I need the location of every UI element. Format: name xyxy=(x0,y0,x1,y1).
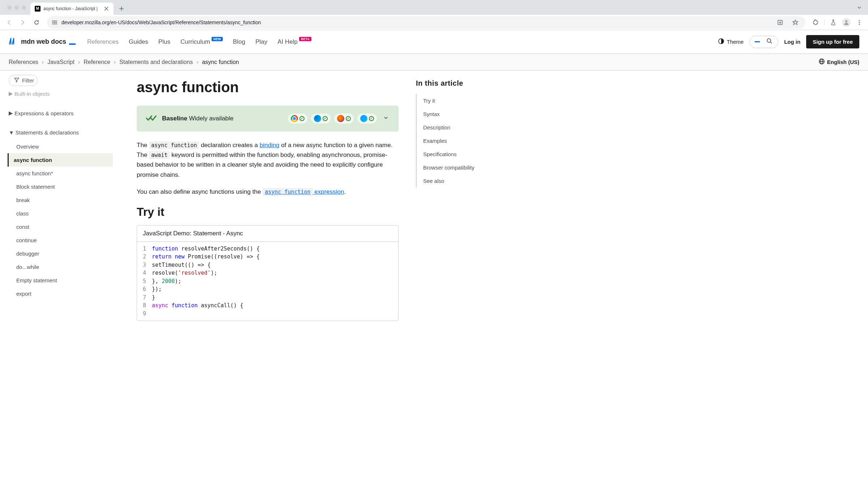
breadcrumb-references[interactable]: References xyxy=(9,59,38,65)
breadcrumb-statements[interactable]: Statements and declarations xyxy=(119,59,193,65)
sidebar-item-async-function-star[interactable]: async function* xyxy=(9,167,113,180)
theme-label: Theme xyxy=(727,39,744,45)
page-title: async function xyxy=(137,79,399,95)
address-bar[interactable]: developer.mozilla.org/en-US/docs/Web/Jav… xyxy=(47,16,805,29)
sidebar-group-expressions[interactable]: ▶ Expressions & operators xyxy=(9,110,113,116)
code-await: await xyxy=(149,151,170,159)
triangle-right-icon: ▶ xyxy=(9,90,13,97)
code-async-function: async function xyxy=(149,141,199,149)
main-layout: Filter ▶ Built-in objects ▶ Expressions … xyxy=(0,70,868,330)
sidebar-item-block[interactable]: Block statement xyxy=(9,180,113,193)
sidebar-item-break[interactable]: break xyxy=(9,193,113,207)
close-tab-icon[interactable] xyxy=(103,6,109,12)
sidebar-item-debugger[interactable]: debugger xyxy=(9,247,113,260)
sidebar-item-overview[interactable]: Overview xyxy=(9,140,113,153)
browser-chrome: M async function - JavaScript | develope… xyxy=(0,0,868,30)
svg-rect-0 xyxy=(52,21,54,22)
svg-point-10 xyxy=(767,39,771,42)
table-of-contents: In this article Try it Syntax Descriptio… xyxy=(416,70,514,330)
forward-button[interactable] xyxy=(17,16,29,29)
sidebar-item-empty[interactable]: Empty statement xyxy=(9,274,113,287)
mdn-logo-underscore xyxy=(69,43,76,45)
browser-tab[interactable]: M async function - JavaScript | xyxy=(30,3,114,15)
toc-title: In this article xyxy=(416,79,505,87)
sidebar-item-class[interactable]: class xyxy=(9,207,113,220)
back-button[interactable] xyxy=(3,16,15,29)
close-window[interactable] xyxy=(7,5,12,10)
nav-ai-help[interactable]: AI Help BETA xyxy=(277,38,311,46)
search-input[interactable] xyxy=(749,36,778,48)
toc-examples[interactable]: Examples xyxy=(417,134,505,147)
menu-icon[interactable] xyxy=(854,17,865,28)
filter-input[interactable]: Filter xyxy=(9,75,38,86)
toc-browser-compat[interactable]: Browser compatibility xyxy=(417,161,505,174)
browser-support-icons xyxy=(288,114,377,124)
sidebar-item-async-function[interactable]: async function xyxy=(8,153,113,167)
install-app-icon[interactable] xyxy=(774,17,786,28)
code-editor[interactable]: 123456789 function resolveAfter2Seconds(… xyxy=(137,242,398,321)
new-badge: NEW xyxy=(212,37,223,41)
try-it-heading: Try it xyxy=(137,205,399,219)
svg-rect-1 xyxy=(55,21,57,22)
firefox-icon xyxy=(337,115,344,122)
mdn-header: mdn web docs References Guides Plus Curr… xyxy=(0,30,868,54)
check-icon xyxy=(369,116,374,121)
theme-toggle[interactable]: Theme xyxy=(718,38,744,46)
link-binding[interactable]: binding xyxy=(260,142,280,149)
toc-list: Try it Syntax Description Examples Speci… xyxy=(416,94,505,188)
nav-play[interactable]: Play xyxy=(255,38,267,46)
nav-guides[interactable]: Guides xyxy=(129,38,148,46)
language-selector[interactable]: English (US) xyxy=(818,58,859,66)
intro-paragraph-1: The async function declaration creates a… xyxy=(137,140,399,180)
nav-references[interactable]: References xyxy=(87,38,119,46)
search-icon xyxy=(766,38,773,46)
chevron-right-icon: › xyxy=(78,59,80,65)
tabs-dropdown-icon[interactable] xyxy=(854,2,865,13)
nav-curriculum-label: Curriculum xyxy=(180,38,210,46)
safari-support xyxy=(357,114,377,124)
toc-specifications[interactable]: Specifications xyxy=(417,147,505,161)
sidebar-group-statements[interactable]: ▼ Statements & declarations xyxy=(9,129,113,136)
sidebar-item-export[interactable]: export xyxy=(9,287,113,300)
nav-plus[interactable]: Plus xyxy=(158,38,170,46)
check-icon xyxy=(346,116,351,121)
sidebar-item-continue[interactable]: continue xyxy=(9,234,113,247)
breadcrumb-reference[interactable]: Reference xyxy=(84,59,110,65)
chevron-right-icon: › xyxy=(114,59,116,65)
sidebar-items: Overview async function async function* … xyxy=(9,140,113,300)
sidebar-group-builtin[interactable]: ▶ Built-in objects xyxy=(9,90,113,97)
toc-syntax[interactable]: Syntax xyxy=(417,107,505,121)
toc-see-also[interactable]: See also xyxy=(417,174,505,188)
baseline-text: Baseline Widely available xyxy=(162,115,283,122)
filter-label: Filter xyxy=(22,77,34,84)
reload-button[interactable] xyxy=(30,16,43,29)
mdn-logo[interactable]: mdn web docs xyxy=(9,37,76,47)
svg-point-5 xyxy=(845,20,847,22)
sidebar-item-do-while[interactable]: do...while xyxy=(9,260,113,274)
search-cursor xyxy=(755,41,760,42)
signup-button[interactable]: Sign up for free xyxy=(806,35,859,48)
link-async-expression[interactable]: async function expression xyxy=(263,188,344,195)
labs-icon[interactable] xyxy=(827,17,839,28)
login-link[interactable]: Log in xyxy=(784,39,800,45)
expand-baseline-icon[interactable] xyxy=(382,114,390,123)
toc-try-it[interactable]: Try it xyxy=(417,94,505,107)
svg-point-7 xyxy=(859,22,860,23)
maximize-window[interactable] xyxy=(22,5,26,10)
profile-icon[interactable] xyxy=(841,17,852,28)
minimize-window[interactable] xyxy=(14,5,19,10)
triangle-down-icon: ▼ xyxy=(9,129,14,136)
site-info-icon[interactable] xyxy=(51,19,58,26)
svg-rect-2 xyxy=(52,23,54,24)
sidebar-item-const[interactable]: const xyxy=(9,220,113,234)
bookmark-icon[interactable] xyxy=(790,17,801,28)
article-content: async function Baseline Widely available xyxy=(119,70,416,330)
breadcrumb-javascript[interactable]: JavaScript xyxy=(47,59,75,65)
toc-description[interactable]: Description xyxy=(417,121,505,134)
language-label: English (US) xyxy=(827,59,859,65)
extensions-icon[interactable] xyxy=(810,17,821,28)
filter-icon xyxy=(14,77,19,84)
nav-curriculum[interactable]: Curriculum NEW xyxy=(180,38,223,46)
nav-blog[interactable]: Blog xyxy=(233,38,245,46)
new-tab-button[interactable] xyxy=(116,4,127,14)
